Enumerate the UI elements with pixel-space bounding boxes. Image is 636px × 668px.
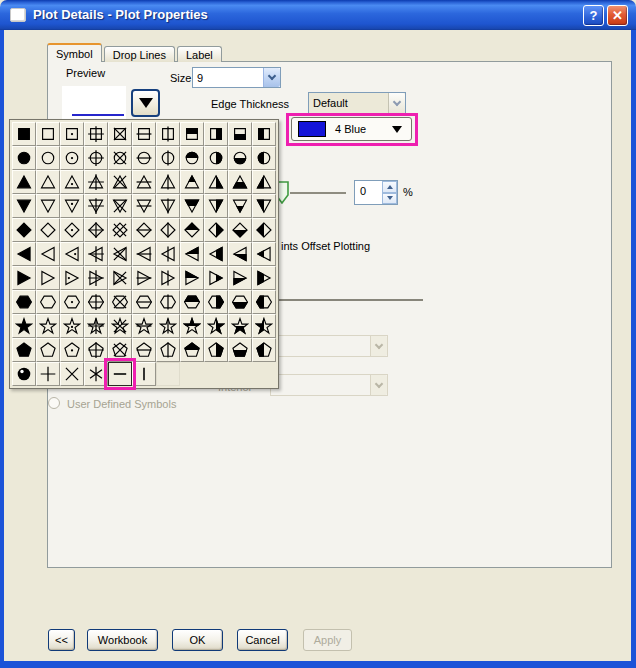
symbol-cell-triangle-up-open[interactable] (36, 170, 60, 194)
help-button[interactable]: ? (583, 5, 604, 26)
symbol-cell-triangle-down-half-left[interactable] (252, 194, 276, 218)
symbol-cell-triangle-right-open[interactable] (36, 266, 60, 290)
symbol-cell-pentagon-half-bottom[interactable] (228, 338, 252, 362)
symbol-gallery-button[interactable] (131, 89, 160, 117)
symbol-cell-pentagon-vline[interactable] (156, 338, 180, 362)
cancel-button[interactable]: Cancel (237, 629, 288, 651)
symbol-cell-triangle-up-vline[interactable] (156, 170, 180, 194)
symbol-cell-triangle-right-half-left[interactable] (252, 266, 276, 290)
symbol-cell-circle-vline[interactable] (156, 146, 180, 170)
symbol-cell-triangle-right-half-bottom[interactable] (228, 266, 252, 290)
symbol-cell-star-half-top[interactable] (180, 314, 204, 338)
symbol-cell-pentagon-half-left[interactable] (252, 338, 276, 362)
size-combobox[interactable]: 9 (192, 67, 281, 88)
symbol-cell-triangle-up-plus[interactable] (84, 170, 108, 194)
symbol-cell-hexagon-solid[interactable] (12, 290, 36, 314)
symbol-cell-triangle-down-cross[interactable] (108, 194, 132, 218)
symbol-cell-star-solid[interactable] (12, 314, 36, 338)
symbol-cell-hexagon-vline[interactable] (156, 290, 180, 314)
transparency-spinner[interactable]: 0 (354, 180, 398, 205)
symbol-cell-diamond-half-top[interactable] (180, 218, 204, 242)
symbol-cell-triangle-left-half-left[interactable] (252, 242, 276, 266)
symbol-cell-square-dot[interactable] (60, 122, 84, 146)
symbol-cell-sphere[interactable] (12, 362, 36, 386)
chevron-down-icon[interactable] (388, 93, 405, 113)
symbol-cell-triangle-up-half-right[interactable] (204, 170, 228, 194)
symbol-cell-diamond-half-bottom[interactable] (228, 218, 252, 242)
symbol-cell-triangle-up-dot[interactable] (60, 170, 84, 194)
symbol-cell-star-plus[interactable] (84, 314, 108, 338)
symbol-cell-star-open[interactable] (36, 314, 60, 338)
symbol-cell-triangle-down-half-right[interactable] (204, 194, 228, 218)
symbol-cell-circle-plus[interactable] (84, 146, 108, 170)
close-icon[interactable]: ✕ (607, 5, 628, 26)
symbol-cell-triangle-down-plus[interactable] (84, 194, 108, 218)
spin-up-icon[interactable] (382, 181, 397, 193)
symbol-cell-square-hline[interactable] (132, 122, 156, 146)
symbol-cell-plus-sign[interactable] (36, 362, 60, 386)
symbol-cell-square-half-top[interactable] (180, 122, 204, 146)
symbol-cell-square-solid[interactable] (12, 122, 36, 146)
symbol-cell-triangle-up-half-top[interactable] (180, 170, 204, 194)
symbol-cell-star-dot[interactable] (60, 314, 84, 338)
symbol-cell-triangle-up-hline[interactable] (132, 170, 156, 194)
spin-down-icon[interactable] (382, 193, 397, 205)
symbol-cell-triangle-right-cross[interactable] (108, 266, 132, 290)
symbol-cell-triangle-down-open[interactable] (36, 194, 60, 218)
symbol-cell-star-vline[interactable] (156, 314, 180, 338)
symbol-cell-circle-hline[interactable] (132, 146, 156, 170)
symbol-cell-triangle-up-cross[interactable] (108, 170, 132, 194)
symbol-cell-circle-dot[interactable] (60, 146, 84, 170)
title-bar[interactable]: Plot Details - Plot Properties (0, 0, 636, 30)
symbol-cell-circle-cross[interactable] (108, 146, 132, 170)
symbol-cell-triangle-left-hline[interactable] (132, 242, 156, 266)
symbol-cell-triangle-right-hline[interactable] (132, 266, 156, 290)
symbol-cell-diamond-solid[interactable] (12, 218, 36, 242)
symbol-cell-triangle-down-half-top[interactable] (180, 194, 204, 218)
symbol-cell-triangle-left-dot[interactable] (60, 242, 84, 266)
symbol-cell-triangle-down-solid[interactable] (12, 194, 36, 218)
symbol-cell-diamond-hline[interactable] (132, 218, 156, 242)
symbol-cell-triangle-left-vline[interactable] (156, 242, 180, 266)
symbol-cell-square-half-right[interactable] (204, 122, 228, 146)
symbol-cell-triangle-right-half-top[interactable] (180, 266, 204, 290)
symbol-cell-circle-half-top[interactable] (180, 146, 204, 170)
symbol-cell-diamond-cross[interactable] (108, 218, 132, 242)
symbol-cell-triangle-left-solid[interactable] (12, 242, 36, 266)
symbol-cell-triangle-right-dot[interactable] (60, 266, 84, 290)
symbol-cell-triangle-right-solid[interactable] (12, 266, 36, 290)
symbol-cell-diamond-dot[interactable] (60, 218, 84, 242)
symbol-cell-circle-half-bottom[interactable] (228, 146, 252, 170)
symbol-cell-square-half-bottom[interactable] (228, 122, 252, 146)
symbol-cell-triangle-down-half-bottom[interactable] (228, 194, 252, 218)
symbol-cell-times-sign[interactable] (60, 362, 84, 386)
collapse-button[interactable]: << (48, 629, 75, 651)
symbol-cell-diamond-plus[interactable] (84, 218, 108, 242)
symbol-cell-pentagon-solid[interactable] (12, 338, 36, 362)
tab-symbol[interactable]: Symbol (47, 43, 102, 62)
offset-plotting-label[interactable]: ints Offset Plotting (281, 240, 370, 252)
symbol-cell-triangle-up-half-left[interactable] (252, 170, 276, 194)
symbol-cell-hexagon-hline[interactable] (132, 290, 156, 314)
symbol-cell-triangle-left-cross[interactable] (108, 242, 132, 266)
symbol-cell-hexagon-half-right[interactable] (204, 290, 228, 314)
symbol-cell-diamond-open[interactable] (36, 218, 60, 242)
symbol-cell-diamond-half-left[interactable] (252, 218, 276, 242)
symbol-cell-triangle-up-half-bottom[interactable] (228, 170, 252, 194)
tab-label[interactable]: Label (177, 46, 222, 62)
symbol-cell-hexagon-half-bottom[interactable] (228, 290, 252, 314)
workbook-button[interactable]: Workbook (87, 629, 158, 651)
symbol-cell-square-cross[interactable] (108, 122, 132, 146)
symbol-cell-triangle-down-vline[interactable] (156, 194, 180, 218)
symbol-cell-triangle-right-vline[interactable] (156, 266, 180, 290)
symbol-cell-hexagon-cross[interactable] (108, 290, 132, 314)
symbol-cell-circle-solid[interactable] (12, 146, 36, 170)
symbol-cell-pentagon-half-right[interactable] (204, 338, 228, 362)
chevron-down-icon[interactable] (263, 68, 280, 87)
symbol-cell-square-vline[interactable] (156, 122, 180, 146)
ok-button[interactable]: OK (172, 629, 223, 651)
symbol-cell-triangle-right-half-right[interactable] (204, 266, 228, 290)
symbol-cell-pentagon-open[interactable] (36, 338, 60, 362)
symbol-cell-square-half-left[interactable] (252, 122, 276, 146)
symbol-cell-hexagon-open[interactable] (36, 290, 60, 314)
